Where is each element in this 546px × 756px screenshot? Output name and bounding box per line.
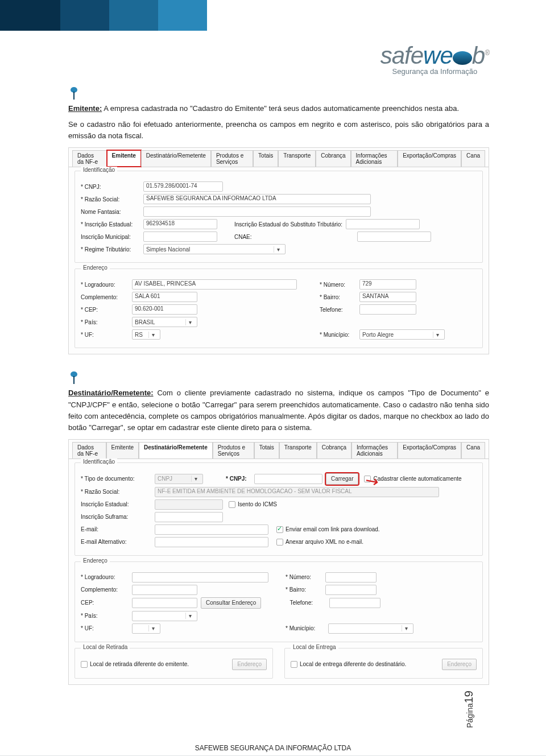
entrega-checkbox[interactable]: [291, 661, 297, 668]
label-emailalt: E-mail Alternativo:: [81, 539, 155, 545]
label-ie-sub: Inscrição Estadual do Substituto Tributá…: [234, 221, 342, 228]
tab-info-adicionais[interactable]: Informações Adicionais: [351, 442, 398, 458]
tab-produtos[interactable]: Produtos e Serviços: [211, 150, 253, 167]
ie-input[interactable]: [155, 499, 223, 510]
label-retirada: Local de retirada diferente do emitente.: [90, 661, 189, 667]
telefone-input[interactable]: [329, 598, 380, 608]
tab-totais[interactable]: Totais: [254, 442, 279, 458]
label-email-link: Enviar email com link para download.: [286, 526, 380, 532]
group-endereco-legend: Endereço: [81, 265, 110, 271]
municipio-select[interactable]: ▾: [328, 623, 413, 634]
label-numero: * Número:: [286, 574, 325, 580]
endereco-retirada-button[interactable]: Endereço: [232, 659, 267, 670]
label-cnpj: * CNPJ:: [226, 476, 254, 482]
page-number: Página19: [462, 691, 475, 728]
consultar-endereco-button[interactable]: Consultar Endereço: [201, 597, 261, 609]
cnpj-input[interactable]: 01.579.286/0001-74: [143, 181, 223, 192]
anexar-xml-checkbox[interactable]: [276, 539, 283, 546]
chevron-down-icon: ▾: [274, 246, 283, 253]
razao-input[interactable]: SAFEWEB SEGURANCA DA INFORMACAO LTDA: [143, 194, 371, 204]
screenshot-emitente: Dados da NF-e Emitente Destinatário/Reme…: [68, 147, 489, 354]
telefone-input[interactable]: [359, 304, 416, 315]
label-razao: * Razão Social:: [81, 489, 155, 495]
svg-rect-1: [73, 92, 75, 100]
logo-tagline: Segurança da Informação: [380, 67, 489, 76]
tab-info-adicionais[interactable]: Informações Adicionais: [351, 150, 398, 167]
chevron-down-icon: ▾: [148, 625, 158, 631]
tab-cana[interactable]: Cana: [461, 442, 485, 458]
tab-dados-nfe[interactable]: Dados da NF-e: [72, 150, 107, 167]
tipodoc-select[interactable]: CNPJ▾: [155, 474, 203, 484]
nomefant-input[interactable]: [143, 206, 371, 217]
ie-sub-input[interactable]: [346, 219, 420, 229]
tab-transporte[interactable]: Transporte: [279, 442, 317, 458]
label-bairro: * Bairro:: [320, 294, 359, 300]
svg-rect-3: [73, 376, 75, 384]
label-complemento: Complemento:: [81, 294, 132, 300]
razao-input[interactable]: NF-E EMITIDA EM AMBIENTE DE HOMOLOGACAO …: [155, 487, 439, 497]
tab-destinatario[interactable]: Destinatário/Remetente: [141, 150, 211, 167]
isuf-input[interactable]: [155, 512, 223, 522]
tab-destinatario[interactable]: Destinatário/Remetente: [139, 442, 213, 458]
tab-transporte[interactable]: Transporte: [278, 150, 316, 167]
tab-emitente[interactable]: Emitente: [107, 150, 141, 167]
cep-input[interactable]: 90.620-001: [132, 304, 197, 315]
label-cnae: CNAE:: [234, 234, 257, 240]
logradouro-input[interactable]: AV ISABEL, PRINCESA: [132, 279, 297, 290]
ie-input[interactable]: 962934518: [143, 219, 217, 229]
municipio-select[interactable]: Porto Alegre▾: [359, 329, 445, 340]
logradouro-input[interactable]: [132, 572, 268, 583]
numero-input[interactable]: [325, 572, 377, 583]
carregar-button[interactable]: Carregar: [326, 473, 358, 485]
label-ie: Inscrição Estadual:: [81, 501, 155, 507]
uf-select[interactable]: ▾: [132, 623, 160, 634]
numero-input[interactable]: 729: [359, 279, 416, 290]
label-municipio: * Município:: [286, 625, 328, 631]
chevron-down-icon: ▾: [402, 625, 411, 631]
tab-totais[interactable]: Totais: [253, 150, 278, 167]
label-pais: * País:: [81, 613, 132, 619]
chevron-down-icon: ▾: [191, 476, 200, 482]
tab-cobranca[interactable]: Cobrança: [316, 150, 350, 167]
uf-select[interactable]: RS▾: [132, 329, 160, 340]
label-bairro: * Bairro:: [286, 586, 325, 593]
email-input[interactable]: [155, 524, 268, 535]
bairro-input[interactable]: [325, 585, 377, 595]
tab-exportacao[interactable]: Exportação/Compras: [398, 442, 461, 458]
tab-exportacao[interactable]: Exportação/Compras: [398, 150, 461, 167]
section-dest-title: Destinatário/Remetente:: [68, 389, 154, 397]
im-input[interactable]: [143, 232, 217, 242]
cnae-input[interactable]: [357, 232, 431, 242]
cnpj-input[interactable]: [254, 474, 322, 484]
tab-dados-nfe[interactable]: Dados da NF-e: [72, 442, 106, 458]
complemento-input[interactable]: SALA 601: [132, 292, 197, 302]
cep-input[interactable]: [132, 598, 197, 608]
pais-select[interactable]: ▾: [132, 611, 197, 621]
group-identificacao-legend: Identificação: [81, 167, 117, 173]
pushpin-icon: [68, 370, 489, 387]
retirada-checkbox[interactable]: [81, 661, 88, 668]
section-emitente-title: Emitente:: [68, 104, 102, 113]
tab-emitente[interactable]: Emitente: [106, 442, 139, 458]
pais-select[interactable]: BRASIL▾: [132, 317, 197, 327]
complemento-input[interactable]: [132, 585, 197, 595]
logo-text-we: we: [423, 42, 453, 69]
regime-select[interactable]: Simples Nacional▾: [143, 244, 286, 254]
chevron-down-icon: ▾: [148, 332, 158, 338]
bairro-input[interactable]: SANTANA: [359, 292, 416, 302]
tab-produtos[interactable]: Produtos e Serviços: [213, 442, 254, 458]
label-isento: Isento do ICMS: [238, 501, 277, 507]
label-cep: * CEP:: [81, 307, 132, 313]
label-logradouro: * Logradouro:: [81, 574, 132, 580]
email-link-checkbox[interactable]: [276, 526, 283, 533]
isento-checkbox[interactable]: [229, 501, 235, 508]
label-email: E-mail:: [81, 526, 155, 532]
tab-cana[interactable]: Cana: [461, 150, 485, 167]
footer-company: SAFEWEB SEGURANÇA DA INFORMAÇÃO LTDA: [0, 741, 546, 755]
tab-cobranca[interactable]: Cobrança: [317, 442, 351, 458]
label-tipodoc: * Tipo de documento:: [81, 476, 155, 482]
endereco-entrega-button[interactable]: Endereço: [442, 659, 477, 670]
label-autocad: Cadastrar cliente automaticamente: [373, 476, 461, 482]
label-logradouro: * Logradouro:: [81, 282, 132, 288]
emailalt-input[interactable]: [155, 537, 268, 547]
